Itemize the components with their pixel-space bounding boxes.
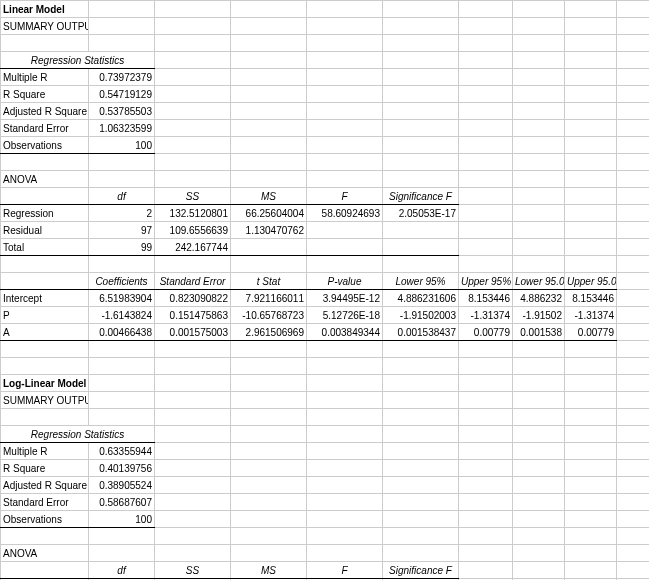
cell[interactable]: [565, 426, 617, 443]
cell[interactable]: ANOVA: [1, 545, 89, 562]
cell[interactable]: [155, 358, 231, 375]
cell[interactable]: [383, 137, 459, 154]
cell[interactable]: [307, 137, 383, 154]
cell[interactable]: [513, 52, 565, 69]
cell[interactable]: [383, 545, 459, 562]
cell[interactable]: SS: [155, 562, 231, 579]
cell[interactable]: [617, 35, 650, 52]
cell[interactable]: -1.6143824: [89, 307, 155, 324]
cell[interactable]: [513, 188, 565, 205]
cell[interactable]: [89, 545, 155, 562]
cell[interactable]: [89, 1, 155, 18]
cell[interactable]: 0.001575003: [155, 324, 231, 341]
cell[interactable]: [617, 324, 650, 341]
cell[interactable]: [565, 256, 617, 273]
cell[interactable]: [565, 52, 617, 69]
cell[interactable]: R Square: [1, 86, 89, 103]
cell[interactable]: [155, 154, 231, 171]
cell[interactable]: [513, 341, 565, 358]
cell[interactable]: [565, 120, 617, 137]
cell[interactable]: [513, 528, 565, 545]
cell[interactable]: 100: [89, 137, 155, 154]
cell[interactable]: [565, 239, 617, 256]
cell[interactable]: [231, 1, 307, 18]
cell[interactable]: Regression Statistics: [1, 426, 155, 443]
cell[interactable]: [565, 222, 617, 239]
cell[interactable]: A: [1, 324, 89, 341]
cell[interactable]: [513, 239, 565, 256]
cell[interactable]: -1.91502: [513, 307, 565, 324]
cell[interactable]: [307, 341, 383, 358]
cell[interactable]: [231, 137, 307, 154]
cell[interactable]: [383, 392, 459, 409]
cell[interactable]: [513, 1, 565, 18]
cell[interactable]: [565, 494, 617, 511]
cell[interactable]: [513, 375, 565, 392]
cell[interactable]: [155, 69, 231, 86]
cell[interactable]: [617, 477, 650, 494]
cell[interactable]: [231, 545, 307, 562]
cell[interactable]: 58.60924693: [307, 205, 383, 222]
cell[interactable]: [459, 171, 513, 188]
cell[interactable]: [1, 256, 89, 273]
cell[interactable]: [155, 103, 231, 120]
cell[interactable]: [513, 103, 565, 120]
cell[interactable]: [617, 511, 650, 528]
cell[interactable]: Observations: [1, 137, 89, 154]
cell[interactable]: [231, 18, 307, 35]
cell[interactable]: [565, 375, 617, 392]
cell[interactable]: [231, 528, 307, 545]
cell[interactable]: [307, 171, 383, 188]
cell[interactable]: Significance F: [383, 188, 459, 205]
cell[interactable]: [617, 239, 650, 256]
cell[interactable]: [383, 375, 459, 392]
cell[interactable]: [307, 86, 383, 103]
cell[interactable]: [307, 375, 383, 392]
cell[interactable]: [565, 86, 617, 103]
cell[interactable]: [231, 341, 307, 358]
cell[interactable]: [155, 52, 231, 69]
cell[interactable]: [155, 341, 231, 358]
cell[interactable]: 242.167744: [155, 239, 231, 256]
cell[interactable]: [513, 545, 565, 562]
cell[interactable]: [565, 341, 617, 358]
cell[interactable]: [155, 18, 231, 35]
cell[interactable]: [89, 375, 155, 392]
cell[interactable]: [565, 1, 617, 18]
cell[interactable]: F: [307, 562, 383, 579]
cell[interactable]: [459, 494, 513, 511]
cell[interactable]: [231, 35, 307, 52]
cell[interactable]: [89, 392, 155, 409]
cell[interactable]: [459, 69, 513, 86]
cell[interactable]: [231, 256, 307, 273]
cell[interactable]: 6.51983904: [89, 290, 155, 307]
cell[interactable]: 8.153446: [459, 290, 513, 307]
cell[interactable]: [231, 52, 307, 69]
cell[interactable]: [155, 545, 231, 562]
cell[interactable]: [307, 52, 383, 69]
cell[interactable]: [617, 52, 650, 69]
cell[interactable]: [513, 69, 565, 86]
cell[interactable]: [1, 273, 89, 290]
cell[interactable]: [617, 341, 650, 358]
cell[interactable]: [565, 562, 617, 579]
cell[interactable]: [383, 409, 459, 426]
cell[interactable]: df: [89, 562, 155, 579]
cell[interactable]: [89, 171, 155, 188]
cell[interactable]: [155, 120, 231, 137]
cell[interactable]: 4.886231606: [383, 290, 459, 307]
cell[interactable]: [459, 545, 513, 562]
cell[interactable]: 0.001538: [513, 324, 565, 341]
cell[interactable]: [383, 511, 459, 528]
cell[interactable]: [565, 35, 617, 52]
cell[interactable]: [617, 562, 650, 579]
cell[interactable]: [155, 443, 231, 460]
cell[interactable]: [459, 222, 513, 239]
cell[interactable]: [617, 409, 650, 426]
cell[interactable]: [459, 528, 513, 545]
cell[interactable]: [383, 477, 459, 494]
cell[interactable]: Regression: [1, 205, 89, 222]
cell[interactable]: 8.153446: [565, 290, 617, 307]
cell[interactable]: [459, 392, 513, 409]
cell[interactable]: 4.886232: [513, 290, 565, 307]
